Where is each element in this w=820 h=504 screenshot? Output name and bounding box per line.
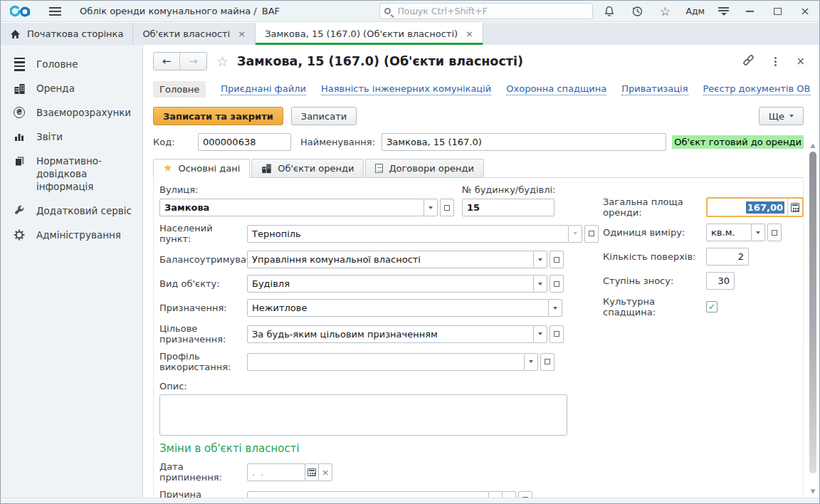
- favorite-star-icon[interactable]: ☆: [216, 53, 228, 69]
- termination-reason-open-button[interactable]: [518, 491, 532, 498]
- tab-home[interactable]: Початкова сторінка: [1, 23, 133, 45]
- service-menu-icon[interactable]: [718, 7, 729, 16]
- street-dropdown-button[interactable]: [424, 199, 438, 216]
- user-badge[interactable]: Адм: [685, 6, 705, 16]
- chevron-down-icon: [429, 206, 433, 209]
- street-open-button[interactable]: [440, 199, 454, 216]
- balance-holder-field[interactable]: Управління комунальної власності: [247, 251, 534, 268]
- scroll-up-icon[interactable]: ▲: [811, 142, 816, 149]
- window-tab-bar: Початкова сторінка Об'єкти власності × З…: [1, 23, 819, 45]
- object-kind-dropdown-button[interactable]: [533, 275, 547, 293]
- termination-date-field[interactable]: . .: [247, 463, 305, 481]
- total-area-value: 167,00: [746, 201, 784, 214]
- forward-button[interactable]: →: [180, 53, 206, 70]
- sidebar-item-rent[interactable]: Оренда: [1, 76, 142, 100]
- form-close-icon[interactable]: ×: [796, 55, 805, 68]
- document-icon: [375, 164, 383, 173]
- navlink-utilities[interactable]: Наявність інженерних комунікацій: [321, 83, 491, 95]
- history-icon[interactable]: [630, 4, 644, 19]
- sidebar-item-label: Звіти: [36, 130, 63, 143]
- save-and-close-button[interactable]: Записати та закрити: [153, 107, 283, 125]
- building-number-field[interactable]: 15: [462, 199, 554, 216]
- usage-profile-open-button[interactable]: [540, 353, 554, 371]
- unit-field[interactable]: кв.м.: [706, 224, 752, 241]
- description-field[interactable]: [159, 394, 567, 436]
- description-field-group: Опис:: [159, 379, 576, 436]
- balance-holder-dropdown-button[interactable]: [533, 251, 547, 268]
- tab-zamkova-object[interactable]: Замкова, 15 (167.0) (Об'єкти власності) …: [256, 23, 483, 45]
- sidebar-item-administration[interactable]: Адміністрування: [1, 223, 142, 247]
- minimize-button[interactable]: [742, 4, 757, 19]
- termination-reason-clear-button[interactable]: ×: [502, 491, 516, 498]
- back-button[interactable]: ←: [154, 53, 180, 70]
- termination-date-calendar-button[interactable]: [305, 463, 319, 481]
- sidebar-item-label: Оренда: [36, 82, 75, 95]
- scrollbar-thumb[interactable]: [809, 152, 816, 473]
- tab-close-icon[interactable]: ×: [466, 28, 473, 39]
- navlink-main[interactable]: Головне: [153, 81, 206, 98]
- floors-field[interactable]: 2: [706, 248, 749, 266]
- usage-profile-dropdown-button[interactable]: [524, 353, 538, 371]
- sidebar-item-settlements[interactable]: ₴ Взаєморозрахунки: [1, 100, 142, 125]
- vertical-scrollbar: ▲ ▼: [809, 142, 817, 495]
- navlink-attached-files[interactable]: Приєднані файли: [221, 83, 306, 95]
- window-close-button[interactable]: ×: [798, 4, 812, 19]
- more-button[interactable]: Ще: [759, 107, 804, 125]
- unit-dropdown-button[interactable]: [751, 224, 765, 241]
- calculator-icon: [791, 203, 799, 212]
- open-icon: [554, 257, 559, 263]
- get-link-icon[interactable]: [742, 53, 755, 70]
- tab-close-icon[interactable]: ×: [238, 28, 246, 39]
- star-icon: ★: [163, 163, 172, 174]
- termination-reason-dropdown-button[interactable]: [488, 491, 503, 498]
- termination-reason-field[interactable]: [247, 491, 489, 498]
- main-hamburger-icon[interactable]: [49, 7, 61, 16]
- navlink-privatization[interactable]: Приватизація: [621, 83, 688, 95]
- usage-profile-field[interactable]: [247, 353, 525, 371]
- target-purpose-dropdown-button[interactable]: [533, 325, 547, 343]
- favorites-star-icon[interactable]: ☆: [658, 4, 672, 19]
- termination-date-clear-button[interactable]: ×: [318, 463, 332, 481]
- tab-label: Об'єкти оренди: [278, 163, 354, 174]
- purpose-dropdown-button[interactable]: [548, 299, 562, 317]
- home-icon: [10, 29, 21, 39]
- global-search[interactable]: [379, 3, 593, 19]
- navlink-heritage-protection[interactable]: Охоронна спадщина: [506, 83, 606, 95]
- purpose-field[interactable]: Нежитлове: [247, 299, 549, 317]
- tab-main-data[interactable]: ★ Основні дані: [153, 159, 250, 178]
- search-input[interactable]: [396, 5, 588, 17]
- save-button[interactable]: Записати: [291, 107, 357, 125]
- tab-rent-contracts[interactable]: Договори оренди: [365, 159, 483, 178]
- settlement-field[interactable]: Тернопіль: [247, 225, 569, 243]
- target-purpose-field[interactable]: За будь-яким цільовим призначенням: [247, 325, 534, 343]
- street-field[interactable]: Замкова: [159, 199, 424, 216]
- sidebar-item-reports[interactable]: Звіти: [1, 125, 142, 149]
- notifications-bell-icon[interactable]: [602, 4, 616, 19]
- more-menu-icon[interactable]: [774, 57, 777, 66]
- code-field[interactable]: 000000638: [198, 133, 291, 151]
- chevron-down-icon: [756, 231, 760, 234]
- tab-ownership-objects[interactable]: Об'єкти власності ×: [133, 23, 256, 45]
- target-purpose-open-button[interactable]: [550, 325, 564, 343]
- sidebar-item-extra-service[interactable]: Додатковий сервіс: [1, 199, 142, 223]
- tab-rent-objects[interactable]: Об'єкти оренди: [251, 159, 364, 178]
- total-area-field[interactable]: 167,00: [706, 197, 804, 217]
- street-field-group: Вулиця: Замкова: [159, 184, 454, 216]
- object-kind-field[interactable]: Будівля: [247, 275, 534, 293]
- total-area-label: Загальна площа оренди:: [603, 196, 706, 218]
- settlement-dropdown-button[interactable]: [568, 225, 582, 243]
- object-kind-open-button[interactable]: [550, 275, 564, 293]
- scroll-down-icon[interactable]: ▼: [811, 488, 816, 495]
- navlink-ov-documents-register[interactable]: Реєстр документів ОВ: [703, 83, 811, 95]
- calculator-button[interactable]: [787, 199, 802, 216]
- balance-holder-open-button[interactable]: [550, 251, 564, 268]
- settlement-open-button[interactable]: [584, 225, 599, 243]
- heritage-checkbox[interactable]: ✓: [706, 301, 718, 313]
- maximize-button[interactable]: [770, 4, 784, 19]
- window-bottom-edge: [1, 498, 819, 503]
- wear-field[interactable]: 30: [706, 272, 735, 290]
- sidebar-item-reference-info[interactable]: Нормативно-довідкова інформація: [1, 149, 142, 199]
- unit-open-button[interactable]: [767, 224, 782, 241]
- name-field[interactable]: Замкова, 15 (167.0): [382, 133, 666, 151]
- sidebar-item-main[interactable]: Головне: [1, 52, 142, 76]
